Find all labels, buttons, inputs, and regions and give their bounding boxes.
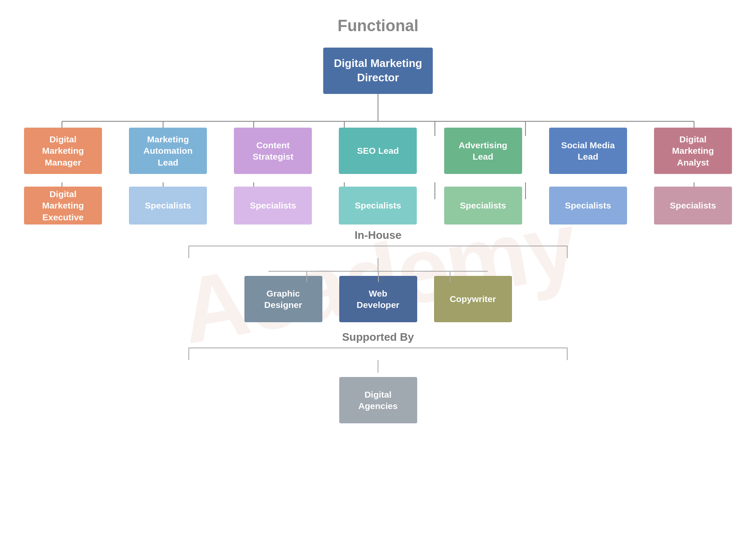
node-content-strategist: ContentStrategist	[234, 128, 312, 174]
director-row: Digital Marketing Director	[20, 48, 736, 94]
supported-nodes: DigitalAgencies	[20, 373, 736, 436]
inhouse-section: In-House GraphicDesigner WebDeveloper Co…	[20, 246, 736, 335]
node-specialists-4: Specialists	[444, 187, 522, 225]
org-chart: Digital Marketing Director DigitalMarket…	[20, 48, 736, 436]
node-digital-agencies: DigitalAgencies	[339, 377, 417, 423]
node-director: Digital Marketing Director	[323, 48, 433, 94]
node-social-media-lead: Social MediaLead	[549, 128, 627, 174]
node-specialists-1: Specialists	[129, 187, 207, 225]
node-seo-lead: SEO Lead	[339, 128, 417, 174]
col-seo-lead: SEO Lead Specialists	[339, 128, 417, 225]
node-specialists-6: Specialists	[654, 187, 732, 225]
node-digital-marketing-analyst: DigitalMarketingAnalyst	[654, 128, 732, 174]
col-digital-marketing-manager: DigitalMarketingManager DigitalMarketing…	[24, 128, 102, 225]
col-marketing-automation-lead: MarketingAutomationLead Specialists	[129, 128, 207, 225]
col-social-media-lead: Social MediaLead Specialists	[549, 128, 627, 225]
supported-label: Supported By	[189, 327, 567, 349]
level2-row: DigitalMarketingManager DigitalMarketing…	[20, 128, 736, 225]
col-advertising-lead: AdvertisingLead Specialists	[444, 128, 522, 225]
node-advertising-lead: AdvertisingLead	[444, 128, 522, 174]
supported-section: Supported By DigitalAgencies	[20, 348, 736, 436]
col-content-strategist: ContentStrategist Specialists	[234, 128, 312, 225]
page-title: Functional	[0, 0, 756, 48]
node-specialists-2: Specialists	[234, 187, 312, 225]
inhouse-label: In-House	[189, 225, 567, 247]
node-graphic-designer: GraphicDesigner	[244, 276, 322, 322]
node-copywriter: Copywriter	[434, 276, 512, 322]
node-specialists-3: Specialists	[339, 187, 417, 225]
col-digital-marketing-analyst: DigitalMarketingAnalyst Specialists	[654, 128, 732, 225]
node-marketing-automation-lead: MarketingAutomationLead	[129, 128, 207, 174]
node-specialists-5: Specialists	[549, 187, 627, 225]
node-digital-marketing-manager: DigitalMarketingManager	[24, 128, 102, 174]
node-digital-marketing-executive: DigitalMarketingExecutive	[24, 187, 102, 225]
node-web-developer: WebDeveloper	[339, 276, 417, 322]
